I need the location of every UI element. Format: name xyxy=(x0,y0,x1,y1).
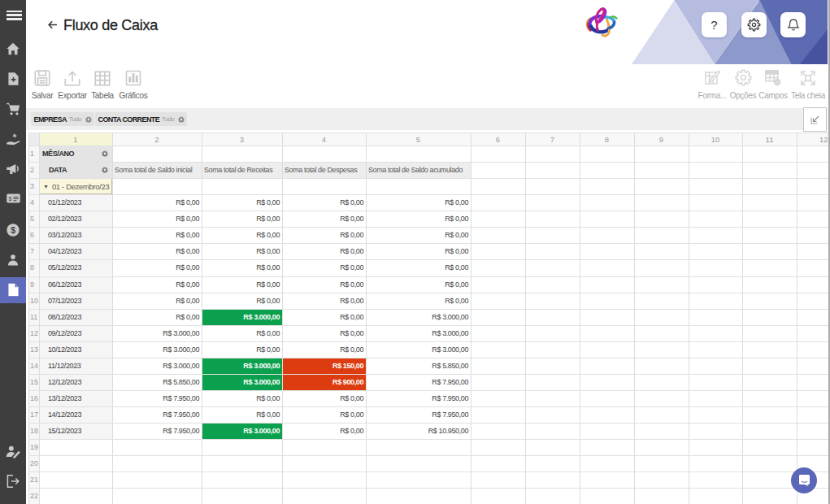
svg-text:$: $ xyxy=(8,196,11,202)
svg-text:$: $ xyxy=(11,226,15,235)
